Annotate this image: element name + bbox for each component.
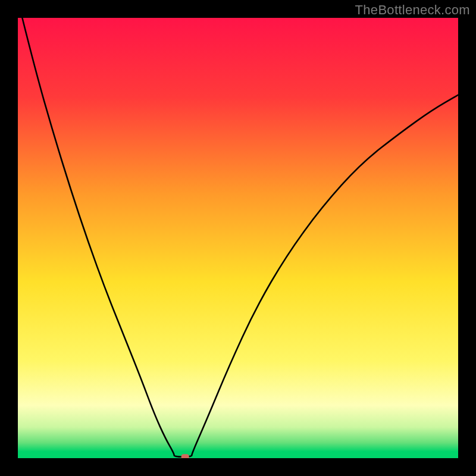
bottleneck-chart (18, 18, 458, 458)
optimum-marker (181, 454, 189, 458)
chart-frame: TheBottleneck.com (0, 0, 476, 476)
plot-background (18, 18, 458, 458)
optimum-marker-dot (181, 454, 189, 458)
watermark-label: TheBottleneck.com (355, 2, 470, 18)
